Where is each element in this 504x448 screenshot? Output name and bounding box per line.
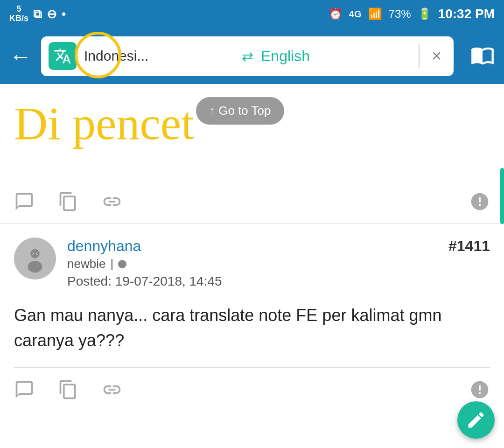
post-action-icons-top [0, 187, 504, 224]
link-icon[interactable] [102, 191, 122, 216]
kb-indicator: 5KB/s [9, 5, 28, 23]
battery-percent: 73% [389, 7, 411, 21]
back-button[interactable]: ← [9, 43, 32, 69]
translator-app-icon[interactable] [49, 42, 77, 70]
status-bar-left: 5KB/s ⧉ ⊖ • [9, 5, 66, 23]
username-line: dennyhana #1411 [67, 238, 490, 255]
rank-label: newbie [67, 257, 105, 271]
svg-point-2 [28, 261, 42, 273]
nav-bar: ← Indonesi... ⇄ English × [0, 28, 504, 84]
translator-bar: Indonesi... ⇄ English × [41, 36, 454, 76]
book-icon [470, 43, 495, 67]
comment-icon-bottom[interactable] [14, 379, 35, 404]
pencil-icon [466, 410, 486, 430]
svg-point-6 [37, 253, 38, 254]
source-language[interactable]: Indonesi... [84, 48, 234, 64]
svg-point-5 [32, 253, 33, 254]
content-area: ↑ Go to Top Di pencet [0, 84, 504, 411]
copy-icon-bottom[interactable] [58, 379, 78, 404]
status-bar-right: ⏰ 4G 📶 73% 🔋 10:32 PM [329, 7, 495, 21]
username[interactable]: dennyhana [67, 238, 141, 255]
handwritten-text: Di pencet [14, 98, 194, 149]
user-avatar [14, 238, 56, 280]
fab-edit-button[interactable] [457, 401, 495, 439]
avatar-image [19, 242, 51, 275]
dictionary-button[interactable] [470, 43, 495, 69]
post-action-icons-bottom [0, 372, 504, 411]
network-type: 4G [349, 9, 362, 20]
dot-indicator: • [62, 7, 66, 21]
minus-circle-icon: ⊖ [47, 7, 57, 21]
alert-icon-bottom[interactable] [469, 379, 490, 404]
separator: | [110, 257, 113, 271]
battery-icon: 🔋 [418, 7, 432, 21]
post-meta: dennyhana #1411 newbie | Posted: 19-07-2… [67, 238, 490, 289]
translate-icon [54, 47, 71, 65]
close-translator-button[interactable]: × [427, 46, 446, 66]
post-section: dennyhana #1411 newbie | Posted: 19-07-2… [0, 224, 504, 289]
target-language[interactable]: English [261, 48, 411, 65]
online-dot [118, 260, 126, 268]
comment-icon[interactable] [14, 191, 35, 216]
post-content: Gan mau nanya... cara translate note FE … [0, 289, 504, 363]
post-number: #1411 [448, 238, 490, 255]
alert-icon-top[interactable] [469, 191, 490, 216]
user-rank: newbie | [67, 257, 490, 271]
screen-record-icon: ⧉ [33, 7, 42, 21]
post-date: Posted: 19-07-2018, 14:45 [67, 274, 490, 289]
time-display: 10:32 PM [438, 7, 495, 21]
status-bar: 5KB/s ⧉ ⊖ • ⏰ 4G 📶 73% 🔋 10:32 PM [0, 0, 504, 28]
alarm-icon: ⏰ [329, 7, 343, 21]
swap-languages-button[interactable]: ⇄ [242, 48, 253, 64]
post-divider [14, 367, 490, 368]
link-icon-bottom[interactable] [102, 379, 122, 404]
copy-icon[interactable] [58, 191, 78, 216]
signal-icon: 📶 [368, 7, 382, 21]
scrollbar-indicator[interactable] [500, 168, 504, 224]
vertical-divider [419, 44, 420, 68]
go-to-top-button[interactable]: ↑ Go to Top [196, 97, 284, 125]
